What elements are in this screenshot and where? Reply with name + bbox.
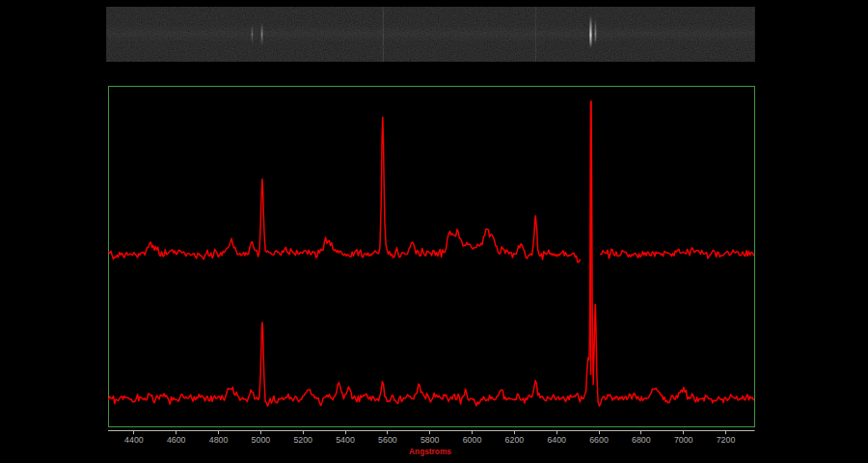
svg-text:6400: 6400 [547,435,566,445]
svg-text:5600: 5600 [378,435,397,445]
svg-text:4800: 4800 [209,435,229,445]
svg-text:5200: 5200 [293,435,312,445]
svg-text:4600: 4600 [167,435,186,445]
svg-text:6200: 6200 [505,435,525,445]
svg-text:7200: 7200 [717,435,736,445]
svg-text:6800: 6800 [632,435,651,445]
svg-text:Angstroms: Angstroms [409,447,451,456]
svg-text:5400: 5400 [336,435,355,445]
svg-text:5800: 5800 [420,435,440,445]
svg-text:4400: 4400 [124,435,144,445]
svg-text:5000: 5000 [252,435,271,445]
svg-text:6000: 6000 [463,435,482,445]
svg-text:6600: 6600 [589,435,609,445]
svg-text:7000: 7000 [674,435,693,445]
